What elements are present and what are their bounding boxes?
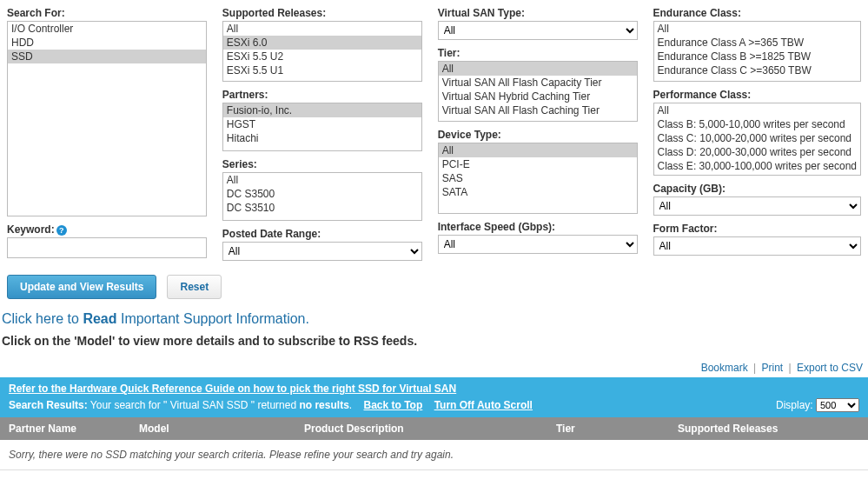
search-for-field: Search For: I/O Controller HDD SSD <box>7 7 207 216</box>
releases-item[interactable]: ESXi 6.0 <box>223 36 421 50</box>
releases-label: Supported Releases: <box>222 7 422 19</box>
perf-item[interactable]: Class C: 10,000-20,000 writes per second <box>654 131 860 145</box>
partners-field: Partners: Fusion-io, Inc. HGST Hitachi <box>222 89 422 151</box>
tier-item[interactable]: Virtual SAN All Flash Caching Tier <box>439 103 637 117</box>
perf-listbox[interactable]: All Class B: 5,000-10,000 writes per sec… <box>653 103 861 176</box>
perf-item[interactable]: Class E: 30,000-100,000 writes per secon… <box>654 159 860 173</box>
tier-item[interactable]: All <box>439 62 637 76</box>
series-listbox[interactable]: All DC S3500 DC S3510 <box>222 172 422 221</box>
hw-guide-link[interactable]: Refer to the Hardware Quick Reference Gu… <box>9 383 456 395</box>
col-4: Endurance Class: All Endurance Class A >… <box>653 7 861 261</box>
action-row: Update and View Results Reset <box>0 268 868 306</box>
reset-button[interactable]: Reset <box>167 275 222 299</box>
releases-item[interactable]: All <box>223 22 421 36</box>
export-csv-link[interactable]: Export to CSV <box>797 362 863 374</box>
posted-date-select[interactable]: All <box>222 242 422 261</box>
tier-item[interactable]: Virtual SAN All Flash Capacity Tier <box>439 76 637 90</box>
series-item[interactable]: DC S3500 <box>223 187 421 201</box>
help-icon[interactable]: ? <box>56 225 67 236</box>
col-model: Model <box>139 423 304 435</box>
releases-item[interactable]: ESXi 5.5 U2 <box>223 50 421 63</box>
vsan-type-select[interactable]: All <box>438 21 638 40</box>
releases-item[interactable]: ESXi 5.5 U1 <box>223 63 421 77</box>
capacity-select[interactable]: All <box>653 196 861 216</box>
support-info-link[interactable]: Click here to Read Important Support Inf… <box>0 306 868 329</box>
display-control: Display: 500 <box>776 398 859 412</box>
tier-field: Tier: All Virtual SAN All Flash Capacity… <box>438 47 638 122</box>
form-factor-label: Form Factor: <box>653 223 861 235</box>
perf-label: Performance Class: <box>653 89 861 101</box>
iface-speed-field: Interface Speed (Gbps): All <box>438 221 638 254</box>
device-type-listbox[interactable]: All PCI-E SAS SATA <box>438 143 638 214</box>
export-row: Bookmark | Print | Export to CSV <box>0 360 868 377</box>
device-type-item[interactable]: PCI-E <box>439 157 637 171</box>
perf-field: Performance Class: All Class B: 5,000-10… <box>653 89 861 176</box>
iface-speed-select[interactable]: All <box>438 235 638 254</box>
device-type-item[interactable]: All <box>439 143 637 157</box>
results-table-header: Partner Name Model Product Description T… <box>0 417 868 440</box>
perf-item[interactable]: Class D: 20,000-30,000 writes per second <box>654 145 860 159</box>
back-to-top-link[interactable]: Back to Top <box>364 399 423 411</box>
endurance-field: Endurance Class: All Endurance Class A >… <box>653 7 861 82</box>
posted-date-label: Posted Date Range: <box>222 228 422 240</box>
perf-item[interactable]: Class B: 5,000-10,000 writes per second <box>654 117 860 131</box>
col-partner: Partner Name <box>9 423 139 435</box>
iface-speed-label: Interface Speed (Gbps): <box>438 221 638 233</box>
vsan-type-label: Virtual SAN Type: <box>438 7 638 19</box>
keyword-field: Keyword:? <box>7 223 207 258</box>
releases-field: Supported Releases: All ESXi 6.0 ESXi 5.… <box>222 7 422 82</box>
releases-listbox[interactable]: All ESXi 6.0 ESXi 5.5 U2 ESXi 5.5 U1 <box>222 21 422 82</box>
form-factor-select[interactable]: All <box>653 236 861 256</box>
tier-label: Tier: <box>438 47 638 59</box>
bookmark-link[interactable]: Bookmark <box>701 362 748 374</box>
endurance-label: Endurance Class: <box>653 7 861 19</box>
series-item[interactable]: All <box>223 173 421 187</box>
col-tier: Tier <box>556 423 678 435</box>
series-field: Series: All DC S3500 DC S3510 <box>222 158 422 221</box>
endurance-item[interactable]: Endurance Class A >=365 TBW <box>654 36 860 50</box>
auto-scroll-link[interactable]: Turn Off Auto Scroll <box>434 399 533 411</box>
endurance-item[interactable]: Endurance Class B >=1825 TBW <box>654 50 860 63</box>
update-results-button[interactable]: Update and View Results <box>7 275 156 299</box>
tier-item[interactable]: Virtual SAN Hybrid Caching Tier <box>439 90 637 103</box>
separator: | <box>789 362 792 374</box>
model-instruction: Click on the 'Model' to view more detail… <box>0 329 868 360</box>
endurance-item[interactable]: All <box>654 22 860 36</box>
col-1: Search For: I/O Controller HDD SSD Keywo… <box>7 7 207 261</box>
search-for-item[interactable]: HDD <box>8 36 206 50</box>
keyword-input[interactable] <box>7 237 207 258</box>
col-releases: Supported Releases <box>678 423 859 435</box>
device-type-label: Device Type: <box>438 129 638 141</box>
col-3: Virtual SAN Type: All Tier: All Virtual … <box>438 7 638 261</box>
col-desc: Product Description <box>304 423 556 435</box>
tier-listbox[interactable]: All Virtual SAN All Flash Capacity Tier … <box>438 61 638 122</box>
partners-item[interactable]: HGST <box>223 117 421 131</box>
results-summary: Search Results: Your search for " Virtua… <box>9 399 533 411</box>
filter-grid: Search For: I/O Controller HDD SSD Keywo… <box>0 0 868 268</box>
vsan-type-field: Virtual SAN Type: All <box>438 7 638 40</box>
endurance-item[interactable]: Endurance Class C >=3650 TBW <box>654 63 860 77</box>
device-type-item[interactable]: SATA <box>439 185 637 199</box>
search-for-listbox[interactable]: I/O Controller HDD SSD <box>7 21 207 216</box>
series-label: Series: <box>222 158 422 170</box>
partners-listbox[interactable]: Fusion-io, Inc. HGST Hitachi <box>222 103 422 151</box>
display-count-select[interactable]: 500 <box>816 398 859 412</box>
partners-item[interactable]: Hitachi <box>223 131 421 145</box>
search-for-item[interactable]: SSD <box>8 50 206 63</box>
partners-label: Partners: <box>222 89 422 101</box>
endurance-listbox[interactable]: All Endurance Class A >=365 TBW Enduranc… <box>653 21 861 82</box>
device-type-field: Device Type: All PCI-E SAS SATA <box>438 129 638 214</box>
posted-date-field: Posted Date Range: All <box>222 228 422 261</box>
no-results-message: Sorry, there were no SSD matching your s… <box>0 440 868 470</box>
form-factor-field: Form Factor: All <box>653 223 861 256</box>
search-for-label: Search For: <box>7 7 207 19</box>
keyword-label: Keyword:? <box>7 223 207 236</box>
device-type-item[interactable]: SAS <box>439 171 637 185</box>
print-link[interactable]: Print <box>761 362 783 374</box>
series-item[interactable]: DC S3510 <box>223 201 421 215</box>
perf-item[interactable]: All <box>654 103 860 117</box>
search-for-item[interactable]: I/O Controller <box>8 22 206 36</box>
capacity-field: Capacity (GB): All <box>653 183 861 216</box>
partners-item[interactable]: Fusion-io, Inc. <box>223 103 421 117</box>
col-2: Supported Releases: All ESXi 6.0 ESXi 5.… <box>222 7 422 261</box>
